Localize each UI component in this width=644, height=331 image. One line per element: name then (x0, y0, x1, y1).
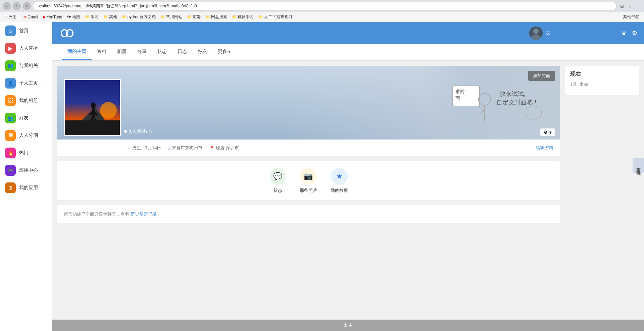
sidebar-album-label: 我的相册 (19, 98, 38, 104)
browser-action-buttons: ⊞ ☆ ⋮ (618, 3, 641, 9)
exam-folder-icon: 📁 (258, 15, 263, 19)
profile-content: 求封 面 快来试试, 自定义封面吧！ (52, 61, 644, 228)
gmail-icon: M (23, 15, 27, 19)
camera-icon: 📷 (304, 172, 313, 181)
header-right-icons: ♛ ⚙ (621, 30, 637, 37)
bottom-timeline-bar[interactable]: 出生 (52, 320, 644, 331)
profile-nav: 我的主页 资料 相册 分享 状态 日志 好友 更多 ▾ (52, 44, 644, 61)
tab-share[interactable]: 分享 (132, 44, 152, 60)
profile-main: 求封 面 快来试试, 自定义封面吧！ (57, 66, 560, 223)
bookmark-netdisk[interactable]: 📁 网盘搜索 (203, 13, 229, 20)
photos-card-icon: 📷 (300, 168, 317, 185)
settings-icon[interactable]: ⚙ (632, 30, 637, 37)
sidebar-item-profile[interactable]: 👤 个人主页 › (0, 74, 52, 92)
bookmarks-bar: ⊞ 应用 M Gmail ▶ YouTube 🗺 地图 📁 学习 📁 其他 📁 … (0, 12, 644, 22)
bookmark-icon[interactable]: ☆ (627, 3, 633, 9)
bookmark-other[interactable]: 📁 其他 (101, 13, 119, 20)
bookmark-other-bookmarks[interactable]: 其他书签 (621, 13, 641, 20)
bookmark-exam[interactable]: 📁 大二下期末复习 (256, 13, 294, 20)
profile-info-items: ♂ 男生，7月14日 ⌂ 来自广东梅州市 📍 现居 深圳市 (128, 145, 239, 151)
sidebar-item-live[interactable]: ▶ 人人直播 (0, 40, 52, 57)
svg-text:快来试试,: 快来试试, (499, 91, 526, 97)
svg-point-7 (100, 102, 117, 119)
bookmark-gmail[interactable]: M Gmail (21, 14, 40, 20)
sidebar-item-hot[interactable]: 🔥 热门 (0, 144, 52, 162)
maps-icon: 🗺 (67, 15, 71, 19)
refresh-button[interactable]: ↻ (23, 2, 31, 10)
youtube-icon: ▶ (43, 15, 46, 19)
menu-icon[interactable]: ⋮ (635, 3, 641, 9)
story-card-label: 我的故事 (331, 187, 348, 194)
avatar[interactable] (529, 26, 543, 40)
bookmark-common[interactable]: 📁 常用网站 (158, 13, 184, 20)
svg-text:面: 面 (455, 96, 460, 101)
related-icon: 👥 (5, 60, 16, 71)
cover-settings-button[interactable]: ⚙ ▾ (540, 128, 555, 136)
sidebar-myapps-label: 我的应用 (19, 185, 38, 191)
timeline-month: 1月 (570, 81, 577, 87)
gender-info: ♂ 男生，7月14日 (128, 145, 161, 151)
left-sidebar: ⌂ 首页 ▶ 人人直播 👥 与我相关 👤 个人主页 › 🖼 我的相册 👥 好友 … (0, 22, 52, 331)
bookmark-ml[interactable]: 📁 机器学习 (230, 13, 256, 20)
netdisk-folder-icon: 📁 (205, 15, 210, 19)
action-card-photos[interactable]: 📷 那些照片 (300, 168, 317, 194)
edit-profile-button[interactable]: 编辑资料 (536, 145, 553, 151)
tab-more[interactable]: 更多 ▾ (212, 44, 236, 60)
sidebar-item-album[interactable]: 🖼 我的相册 (0, 92, 52, 109)
forward-button[interactable]: › (13, 2, 21, 10)
sidebar-item-related[interactable]: 👥 与我相关 (0, 57, 52, 74)
apps-icon: ⊞ (5, 15, 7, 19)
bookmark-maps[interactable]: 🗺 地图 (65, 13, 82, 20)
other-folder-icon: 📁 (103, 15, 108, 19)
sidebar-item-myapps[interactable]: ⊞ 我的应用 (0, 179, 52, 197)
url-bar[interactable]: localhost:63342/pachong_lufei/第四章: 验证码/z… (33, 2, 616, 10)
tab-home[interactable]: 我的主页 (62, 44, 92, 60)
tab-album[interactable]: 相册 (112, 44, 132, 60)
action-card-story[interactable]: ★ 我的故事 (331, 168, 348, 194)
hometown-info: ⌂ 来自广东梅州市 (168, 145, 202, 151)
back-button[interactable]: ‹ (3, 2, 11, 10)
tab-diary[interactable]: 日志 (172, 44, 192, 60)
action-card-status[interactable]: 💬 状态 (269, 168, 286, 194)
separator (20, 14, 20, 20)
friends-icon: 👥 (5, 113, 16, 123)
status-card-label: 状态 (274, 187, 282, 194)
tab-friends[interactable]: 好友 (192, 44, 212, 60)
timeline-event: 出生 (580, 81, 588, 87)
sidebar-item-appcenter[interactable]: 🎮 应用中心 (0, 162, 52, 179)
home-icon: ⌂ (5, 25, 16, 36)
add-cover-button[interactable]: 添加封面 (528, 71, 555, 81)
bookmark-youtube[interactable]: ▶ YouTube (41, 14, 64, 20)
live-icon: ▶ (5, 43, 16, 54)
study-folder-icon: 📁 (85, 15, 90, 19)
profile-photo[interactable] (64, 79, 121, 136)
bookmark-python[interactable]: 📁 python官方文档 (120, 13, 158, 20)
bookmark-study[interactable]: 📁 学习 (83, 13, 101, 20)
bookmark-frontend[interactable]: 📁 前端 (185, 13, 203, 20)
star-card-icon: ★ (336, 172, 343, 181)
bookmark-apps[interactable]: ⊞ 应用 (3, 13, 18, 20)
gender-icon: ♂ (128, 146, 131, 151)
star-icon[interactable]: ☆ (149, 129, 153, 134)
timeline-item: 1月 出生 (570, 81, 634, 87)
sidebar-item-friends[interactable]: 👥 好友 (0, 109, 52, 127)
top-header: 戊 ♛ ⚙ (52, 22, 644, 44)
cover-illustration: 求封 面 快来试试, 自定义封面吧！ (284, 66, 560, 140)
sidebar-hot-label: 热门 (19, 150, 29, 156)
crown-icon[interactable]: ♛ (621, 30, 627, 37)
history-messages-link[interactable]: 历史留言记录 (131, 212, 157, 217)
sidebar-item-installment[interactable]: 期 人人分期 (0, 127, 52, 144)
url-text: localhost:63342/pachong_lufei/第四章: 验证码/z… (37, 3, 613, 9)
installment-icon: 期 (5, 130, 16, 141)
sidebar-item-home[interactable]: ⌂ 首页 (0, 22, 52, 40)
tab-info[interactable]: 资料 (92, 44, 112, 60)
renren-logo[interactable] (59, 26, 76, 40)
story-card-icon: ★ (331, 168, 348, 185)
sidebar-installment-label: 人人分期 (19, 132, 38, 139)
extensions-icon[interactable]: ⊞ (618, 3, 625, 9)
tab-status[interactable]: 状态 (152, 44, 172, 60)
myapps-icon: ⊞ (5, 182, 16, 193)
location-info: 📍 现居 深圳市 (209, 145, 239, 151)
timemachine-panel[interactable]: 开启人人时光机 (633, 158, 644, 173)
home-icon: ⌂ (168, 146, 170, 151)
